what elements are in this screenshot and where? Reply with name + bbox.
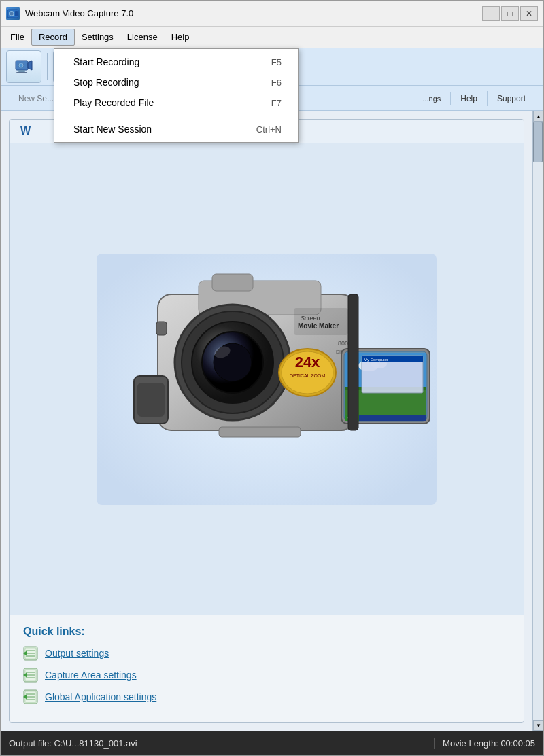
sub-nav-settings[interactable]: ...ngs [413, 92, 451, 105]
global-settings-label: Global Application settings [45, 691, 156, 702]
start-recording-label: Start Recording [73, 56, 139, 67]
window-title: Webcam Video Capture 7.0 [25, 8, 482, 18]
global-settings-icon [23, 689, 38, 704]
toolbar-divider-1 [47, 53, 48, 80]
quick-links-section: Quick links: Output settings [10, 615, 524, 722]
svg-point-2 [10, 12, 14, 15]
svg-rect-9 [16, 72, 27, 73]
scroll-up-button[interactable]: ▲ [533, 111, 543, 122]
vertical-scrollbar: ▲ ▼ [532, 111, 543, 731]
capture-area-label: Capture Area settings [45, 670, 137, 681]
svg-point-7 [20, 64, 23, 67]
global-settings-link[interactable]: Global Application settings [23, 689, 510, 704]
content-inner: W [1, 111, 543, 731]
svg-rect-8 [18, 70, 25, 72]
webcam-icon [14, 58, 33, 75]
status-movie-length: Movie Length: 00:00:05 [434, 738, 543, 749]
quick-links-title: Quick links: [23, 625, 510, 638]
menu-record[interactable]: Record [31, 29, 75, 46]
svg-rect-60 [348, 294, 358, 430]
svg-rect-27 [212, 274, 253, 291]
status-output-file: Output file: C:\U...81130_001.avi [1, 738, 434, 749]
svg-marker-5 [28, 61, 32, 70]
start-new-session-shortcut: Ctrl+N [256, 124, 282, 135]
toolbar-new-session-btn[interactable] [6, 50, 41, 83]
play-recorded-file-shortcut: F7 [271, 98, 282, 108]
capture-area-icon [23, 668, 38, 683]
svg-rect-3 [15, 11, 18, 16]
status-bar: Output file: C:\U...81130_001.avi Movie … [1, 731, 543, 755]
svg-text:OPTICAL ZOOM: OPTICAL ZOOM [290, 373, 326, 378]
svg-rect-59 [156, 322, 167, 335]
minimize-button[interactable]: — [482, 6, 500, 21]
menu-file[interactable]: File [3, 29, 31, 45]
sub-nav-help[interactable]: Help [451, 91, 488, 106]
menu-start-new-session[interactable]: Start New Session Ctrl+N [54, 119, 298, 139]
play-recorded-file-label: Play Recorded File [73, 97, 154, 108]
capture-area-link[interactable]: Capture Area settings [23, 668, 510, 683]
menu-start-recording[interactable]: Start Recording F5 [54, 52, 298, 72]
menu-play-recorded-file[interactable]: Play Recorded File F7 [54, 92, 298, 113]
sub-nav-support[interactable]: Support [488, 91, 535, 106]
camera-area: Screen Movie Maker 24x OPTICAL ZOOM 800x… [10, 143, 524, 615]
svg-text:Screen: Screen [301, 315, 320, 322]
scrollbar-thumb[interactable] [533, 122, 543, 162]
app-icon [6, 7, 20, 20]
window-controls: — □ ✕ [482, 6, 538, 21]
scroll-down-button[interactable]: ▼ [533, 720, 543, 731]
record-dropdown-menu: Start Recording F5 Stop Recording F6 Pla… [54, 48, 299, 143]
stop-recording-label: Stop Recording [73, 77, 139, 88]
svg-text:Movie Maker: Movie Maker [298, 322, 339, 330]
svg-rect-44 [137, 383, 165, 417]
output-settings-icon [23, 646, 38, 661]
menu-license[interactable]: License [120, 29, 165, 45]
title-bar: Webcam Video Capture 7.0 — □ ✕ [1, 1, 543, 27]
menu-stop-recording[interactable]: Stop Recording F6 [54, 72, 298, 92]
menu-bar: File Record Settings License Help Start … [1, 27, 543, 48]
restore-button[interactable]: □ [501, 6, 519, 21]
menu-help[interactable]: Help [165, 29, 197, 45]
close-button[interactable]: ✕ [520, 6, 538, 21]
main-window: Webcam Video Capture 7.0 — □ ✕ File Reco… [0, 0, 544, 756]
output-settings-label: Output settings [45, 648, 109, 659]
start-new-session-label: Start New Session [73, 124, 152, 135]
main-content: W [1, 111, 543, 755]
camcorder-image: Screen Movie Maker 24x OPTICAL ZOOM 800x… [97, 254, 437, 505]
menu-settings[interactable]: Settings [75, 29, 120, 45]
scrollbar-track[interactable] [533, 122, 543, 720]
menu-separator [54, 116, 298, 116]
stop-recording-shortcut: F6 [271, 78, 282, 88]
content-panel: W [9, 119, 524, 723]
start-recording-shortcut: F5 [271, 57, 282, 67]
svg-rect-61 [219, 427, 301, 437]
svg-rect-34 [294, 308, 348, 335]
svg-text:24x: 24x [295, 354, 320, 371]
svg-text:My Computer: My Computer [364, 358, 388, 362]
output-settings-link[interactable]: Output settings [23, 646, 510, 661]
